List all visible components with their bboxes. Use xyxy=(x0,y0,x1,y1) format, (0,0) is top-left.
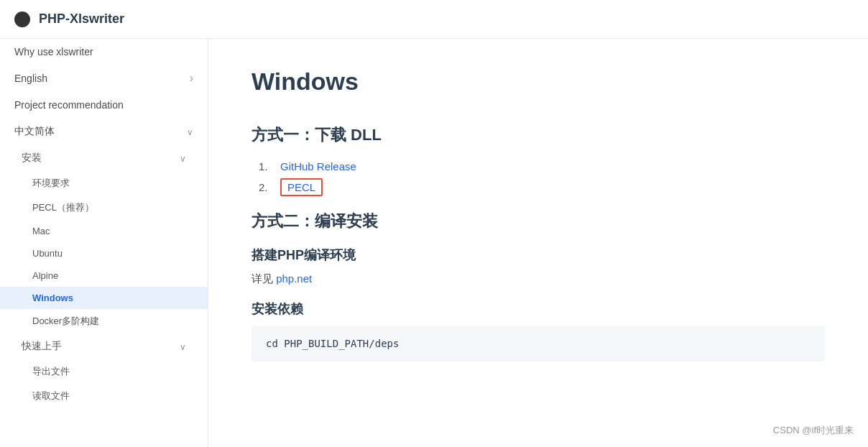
sidebar-item-project-recommendation-label: Project recommendation xyxy=(14,99,124,111)
sidebar-item-ubuntu[interactable]: Ubuntu xyxy=(0,242,208,264)
section1-list: GitHub Release PECL xyxy=(259,160,825,196)
sidebar-item-windows-label: Windows xyxy=(32,292,73,303)
sidebar-item-env-label: 环境要求 xyxy=(32,178,70,188)
sidebar-item-why-use[interactable]: Why use xlswriter xyxy=(0,39,208,65)
chevron-down-icon-install xyxy=(180,152,186,164)
page-title: Windows xyxy=(251,68,825,96)
section2-subsection1-body: 详见 php.net xyxy=(251,272,825,286)
section2-body-text: 详见 xyxy=(251,272,273,285)
sidebar-section-zhcn-label: 中文简体 xyxy=(14,125,55,138)
sidebar-item-alpine[interactable]: Alpine xyxy=(0,264,208,287)
sidebar-item-english-label: English xyxy=(14,73,47,84)
code-block: cd PHP_BUILD_PATH/deps xyxy=(251,326,825,361)
chevron-right-icon xyxy=(190,72,193,85)
sidebar-item-env[interactable]: 环境要求 xyxy=(0,171,208,195)
list-item-github: GitHub Release xyxy=(259,160,825,172)
sidebar: Why use xlswriter English Project recomm… xyxy=(0,39,208,447)
header: PHP-Xlswriter xyxy=(0,0,868,39)
section2-title: 方式二：编译安装 xyxy=(251,211,825,232)
main-content: Windows 方式一：下载 DLL GitHub Release PECL 方… xyxy=(208,39,868,447)
section2-subsection2-title: 安装依赖 xyxy=(251,300,825,318)
sidebar-item-export-file[interactable]: 导出文件 xyxy=(0,359,208,384)
code-content: cd PHP_BUILD_PATH/deps xyxy=(266,338,399,349)
list-item-pecl: PECL xyxy=(259,178,825,196)
sidebar-item-project-recommendation[interactable]: Project recommendation xyxy=(0,92,208,118)
header-title: PHP-Xlswriter xyxy=(39,11,124,27)
sidebar-sub-quick-start[interactable]: 快速上手 xyxy=(0,333,208,359)
watermark: CSDN @if时光重来 xyxy=(773,424,854,437)
section2-subsection1-title: 搭建PHP编译环境 xyxy=(251,246,825,264)
sidebar-item-export-file-label: 导出文件 xyxy=(32,366,70,377)
sidebar-item-read-file-label: 读取文件 xyxy=(32,390,70,401)
sidebar-sub-quick-start-label: 快速上手 xyxy=(22,340,62,353)
php-net-link[interactable]: php.net xyxy=(276,272,312,285)
pecl-link[interactable]: PECL xyxy=(287,181,315,193)
sidebar-item-docker[interactable]: Docker多阶构建 xyxy=(0,309,208,333)
sidebar-item-windows[interactable]: Windows xyxy=(0,287,208,309)
sidebar-item-why-use-label: Why use xlswriter xyxy=(14,46,93,57)
sidebar-item-alpine-label: Alpine xyxy=(32,270,58,281)
sidebar-item-pecl[interactable]: PECL（推荐） xyxy=(0,195,208,220)
logo-icon xyxy=(14,11,30,27)
chevron-down-icon-quick xyxy=(180,341,186,352)
sidebar-item-mac-label: Mac xyxy=(32,226,50,236)
sidebar-item-docker-label: Docker多阶构建 xyxy=(32,315,99,326)
sidebar-item-pecl-label: PECL（推荐） xyxy=(32,202,94,213)
layout: Why use xlswriter English Project recomm… xyxy=(0,39,868,447)
sidebar-item-english[interactable]: English xyxy=(0,65,208,92)
github-release-link[interactable]: GitHub Release xyxy=(280,160,356,172)
sidebar-section-zhcn[interactable]: 中文简体 xyxy=(0,118,208,145)
section1-title: 方式一：下载 DLL xyxy=(251,124,825,146)
watermark-text: CSDN @if时光重来 xyxy=(773,425,854,436)
sidebar-sub-install-label: 安装 xyxy=(22,152,42,165)
sidebar-item-read-file[interactable]: 读取文件 xyxy=(0,384,208,408)
sidebar-sub-install[interactable]: 安装 xyxy=(0,145,208,171)
pecl-box: PECL xyxy=(280,178,323,196)
sidebar-item-ubuntu-label: Ubuntu xyxy=(32,248,63,259)
sidebar-item-mac[interactable]: Mac xyxy=(0,220,208,242)
chevron-down-icon xyxy=(187,126,193,137)
